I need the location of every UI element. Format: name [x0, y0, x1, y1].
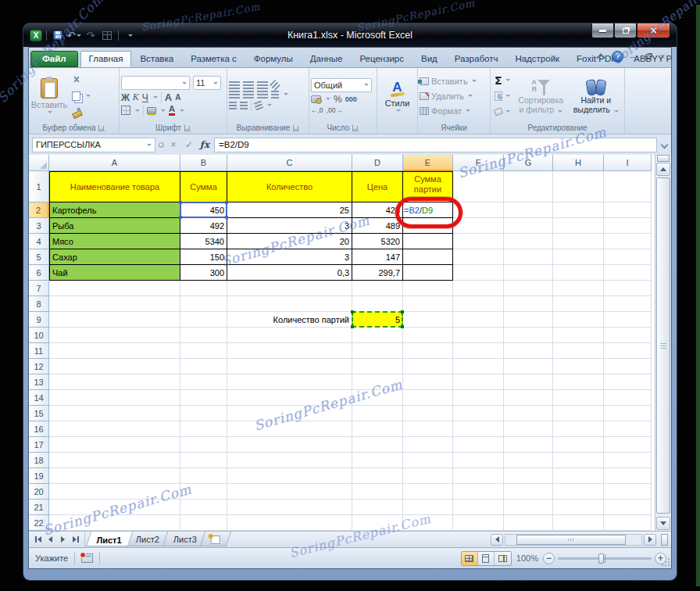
cell-F11[interactable] — [453, 343, 504, 359]
zoom-slider-track[interactable] — [558, 557, 652, 560]
ribbon-tab-4[interactable]: Формулы — [245, 51, 302, 67]
ribbon-tab-3[interactable]: Разметка с — [182, 51, 245, 67]
cell-E1[interactable]: Сумма партии — [403, 171, 453, 202]
cell-E20[interactable] — [403, 484, 453, 500]
row-header-12[interactable]: 12 — [29, 359, 49, 374]
cell-I21[interactable] — [604, 500, 652, 515]
dialog-launcher-icon[interactable] — [352, 125, 359, 131]
cell-A1[interactable]: Наименование товара — [49, 171, 180, 202]
autosum-button[interactable]: Σ — [492, 73, 512, 87]
cell-H14[interactable] — [553, 390, 604, 406]
align-center-button[interactable] — [243, 91, 254, 98]
cell-E11[interactable] — [403, 343, 453, 359]
column-header-H[interactable]: H — [553, 155, 604, 171]
cell-C18[interactable] — [227, 453, 352, 468]
cell-B5[interactable]: 150 — [180, 249, 227, 265]
align-right-button[interactable] — [257, 91, 268, 98]
cell-E6[interactable] — [403, 265, 453, 281]
cell-C11[interactable] — [227, 343, 352, 359]
cell-I9[interactable] — [604, 312, 652, 328]
cell-E14[interactable] — [403, 390, 453, 406]
page-break-view-button[interactable] — [495, 552, 511, 565]
cell-G17[interactable] — [504, 437, 553, 453]
ribbon-tab-7[interactable]: Вид — [412, 51, 446, 67]
cell-C15[interactable] — [227, 406, 352, 421]
cell-F8[interactable] — [453, 296, 504, 312]
decrease-indent-button[interactable] — [229, 102, 237, 109]
cell-C16[interactable] — [227, 421, 352, 437]
row-header-19[interactable]: 19 — [29, 468, 49, 484]
cell-H21[interactable] — [553, 500, 604, 515]
cell-C21[interactable] — [227, 500, 352, 515]
cell-A18[interactable] — [49, 453, 180, 468]
cell-D18[interactable] — [352, 453, 403, 468]
cell-I2[interactable] — [604, 202, 652, 218]
cell-B17[interactable] — [180, 437, 227, 453]
save-button[interactable] — [51, 29, 65, 41]
cell-I22[interactable] — [604, 515, 652, 531]
cell-E15[interactable] — [403, 406, 453, 421]
cell-A15[interactable] — [49, 406, 180, 421]
row-header-1[interactable]: 1 — [29, 171, 49, 202]
cell-D9[interactable]: 5 — [352, 312, 403, 328]
sort-filter-button[interactable]: АЯ Сортировка и фильтр — [514, 70, 568, 122]
cell-G11[interactable] — [504, 343, 553, 359]
cell-I6[interactable] — [604, 265, 652, 281]
cell-D22[interactable] — [352, 515, 403, 531]
cell-F14[interactable] — [453, 390, 504, 406]
cell-D7[interactable] — [352, 281, 403, 296]
cell-I10[interactable] — [604, 328, 652, 343]
shrink-font-button[interactable]: А — [175, 93, 180, 102]
cell-I20[interactable] — [604, 484, 652, 500]
cell-C14[interactable] — [227, 390, 352, 406]
cell-A22[interactable] — [49, 515, 180, 531]
cell-I19[interactable] — [604, 468, 652, 484]
wrap-text-button[interactable] — [254, 100, 264, 110]
cell-E8[interactable] — [403, 296, 453, 312]
cell-I11[interactable] — [604, 343, 652, 359]
minimize-button[interactable] — [591, 23, 614, 38]
cell-H3[interactable] — [553, 218, 604, 234]
cell-G12[interactable] — [504, 359, 553, 374]
cell-H8[interactable] — [553, 296, 604, 312]
customize-qat-button[interactable] — [123, 29, 137, 41]
column-header-B[interactable]: B — [180, 155, 227, 171]
cell-F15[interactable] — [453, 406, 504, 421]
copy-button[interactable] — [70, 89, 93, 102]
cell-H4[interactable] — [553, 234, 604, 249]
vertical-scrollbar[interactable] — [655, 155, 671, 531]
cell-C3[interactable]: 3 — [227, 218, 352, 234]
cell-B1[interactable]: Сумма — [180, 171, 227, 202]
cell-G13[interactable] — [504, 374, 553, 390]
cell-I15[interactable] — [604, 406, 652, 421]
cell-F9[interactable] — [453, 312, 504, 328]
horizontal-scrollbar[interactable] — [491, 533, 668, 546]
cell-F12[interactable] — [453, 359, 504, 374]
close-button[interactable]: × — [637, 23, 670, 38]
column-header-D[interactable]: D — [352, 155, 403, 171]
name-box[interactable]: ГИПЕРССЫЛКА — [32, 138, 155, 152]
cell-G15[interactable] — [504, 406, 553, 421]
redo-button[interactable]: ↷ — [84, 29, 98, 41]
borders-button[interactable] — [121, 106, 130, 115]
font-name-select[interactable] — [121, 76, 190, 90]
fill-color-button[interactable] — [147, 107, 156, 114]
cell-C5[interactable]: 3 — [227, 249, 352, 265]
cell-F13[interactable] — [453, 374, 504, 390]
cell-A6[interactable]: Чай — [49, 265, 180, 281]
cell-H10[interactable] — [553, 328, 604, 343]
cell-D15[interactable] — [352, 406, 403, 421]
row-header-2[interactable]: 2 — [29, 202, 49, 218]
cell-H2[interactable] — [553, 202, 604, 218]
grow-font-button[interactable]: А — [165, 91, 172, 103]
cell-A19[interactable] — [49, 468, 180, 484]
insert-function-button[interactable]: ƒx — [198, 138, 211, 152]
cell-E18[interactable] — [403, 453, 453, 468]
font-size-select[interactable]: 11 — [193, 76, 221, 90]
cell-D13[interactable] — [352, 374, 403, 390]
column-header-G[interactable]: G — [504, 155, 553, 171]
cell-E17[interactable] — [403, 437, 453, 453]
cell-E12[interactable] — [403, 359, 453, 374]
cell-C17[interactable] — [227, 437, 352, 453]
cell-E4[interactable] — [403, 234, 453, 249]
